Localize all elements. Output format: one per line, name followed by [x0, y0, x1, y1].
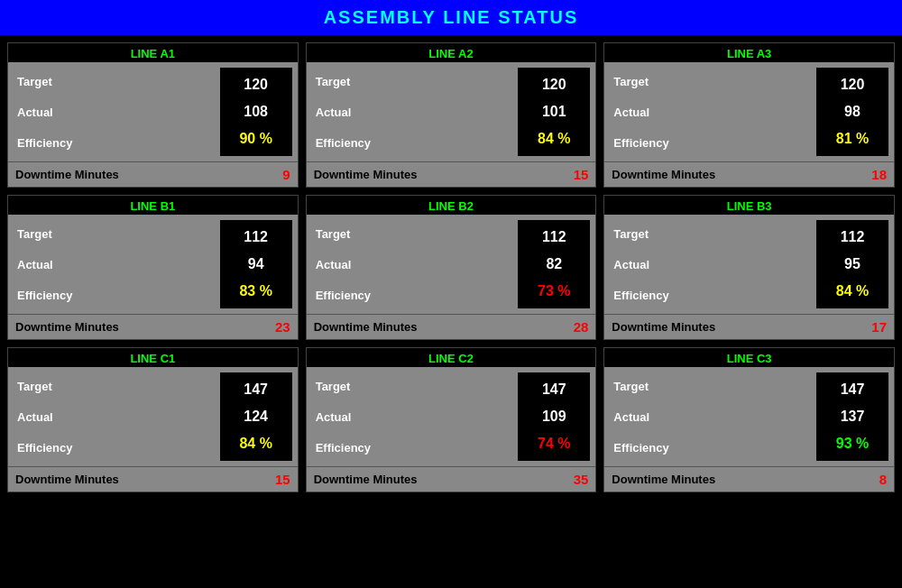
- card-labels-line-c3: Target Actual Efficiency: [610, 372, 811, 461]
- value-efficiency-line-c2: 74 %: [527, 432, 581, 455]
- value-target-line-b3: 112: [825, 225, 879, 249]
- label-efficiency-line-a2: Efficiency: [312, 131, 513, 155]
- value-actual-line-a1: 108: [229, 100, 283, 124]
- value-efficiency-line-a2: 84 %: [527, 127, 581, 151]
- card-body-line-a2: Target Actual Efficiency 120 101 84 %: [307, 62, 596, 161]
- footer-value-line-c2: 35: [574, 472, 589, 487]
- label-actual-line-c1: Actual: [14, 405, 215, 429]
- card-title-line-b3: LINE B3: [604, 196, 894, 215]
- card-footer-line-c3: Downtime Minutes 8: [604, 466, 894, 492]
- card-title-line-c2: LINE C2: [307, 348, 596, 367]
- label-target-line-a3: Target: [610, 69, 811, 94]
- footer-value-line-a1: 9: [282, 167, 290, 182]
- card-values-line-a2: 120 101 84 %: [518, 68, 590, 156]
- label-target-line-b2: Target: [312, 222, 513, 246]
- page-title: ASSEMBLY LINE STATUS: [324, 7, 579, 27]
- label-actual-line-b3: Actual: [610, 253, 811, 277]
- footer-value-line-c3: 8: [879, 472, 887, 487]
- card-title-line-c1: LINE C1: [8, 348, 298, 367]
- value-actual-line-c3: 137: [825, 405, 879, 428]
- label-efficiency-line-b2: Efficiency: [312, 283, 513, 308]
- label-actual-line-c3: Actual: [610, 405, 811, 429]
- value-target-line-a2: 120: [527, 73, 581, 96]
- card-line-a1: LINE A1 Target Actual Efficiency 120 108…: [7, 42, 299, 188]
- label-actual-line-b2: Actual: [312, 253, 513, 277]
- label-efficiency-line-b3: Efficiency: [610, 283, 811, 308]
- value-actual-line-b1: 94: [229, 253, 283, 276]
- label-actual-line-a3: Actual: [610, 100, 811, 124]
- card-body-line-b1: Target Actual Efficiency 112 94 83 %: [8, 215, 298, 314]
- footer-value-line-a3: 18: [871, 167, 887, 182]
- card-line-a3: LINE A3 Target Actual Efficiency 120 98 …: [603, 42, 895, 188]
- value-actual-line-a2: 101: [527, 100, 581, 124]
- card-title-line-c3: LINE C3: [604, 348, 894, 367]
- footer-label-line-b1: Downtime Minutes: [15, 320, 119, 334]
- value-target-line-b2: 112: [527, 225, 581, 249]
- value-target-line-c2: 147: [527, 378, 581, 401]
- value-efficiency-line-c3: 93 %: [825, 432, 879, 455]
- footer-label-line-b2: Downtime Minutes: [314, 320, 418, 334]
- label-actual-line-b1: Actual: [14, 253, 215, 277]
- card-footer-line-a2: Downtime Minutes 15: [307, 161, 596, 187]
- card-labels-line-a1: Target Actual Efficiency: [14, 68, 215, 156]
- card-labels-line-b1: Target Actual Efficiency: [14, 220, 215, 308]
- card-line-c2: LINE C2 Target Actual Efficiency 147 109…: [306, 347, 597, 492]
- card-line-c1: LINE C1 Target Actual Efficiency 147 124…: [7, 347, 299, 492]
- label-efficiency-line-b1: Efficiency: [14, 283, 215, 308]
- card-line-b2: LINE B2 Target Actual Efficiency 112 82 …: [306, 195, 597, 340]
- card-values-line-b1: 112 94 83 %: [220, 220, 292, 308]
- label-actual-line-a1: Actual: [14, 100, 215, 124]
- value-efficiency-line-a3: 81 %: [825, 127, 879, 151]
- value-actual-line-c1: 124: [229, 405, 283, 428]
- card-footer-line-b2: Downtime Minutes 28: [307, 314, 596, 339]
- value-actual-line-b3: 95: [825, 253, 879, 276]
- card-labels-line-a3: Target Actual Efficiency: [610, 68, 811, 156]
- card-body-line-c2: Target Actual Efficiency 147 109 74 %: [307, 367, 596, 466]
- label-efficiency-line-c3: Efficiency: [610, 436, 811, 460]
- footer-value-line-b3: 17: [871, 319, 887, 335]
- value-target-line-a3: 120: [825, 73, 879, 96]
- value-efficiency-line-a1: 90 %: [229, 127, 283, 151]
- card-body-line-a3: Target Actual Efficiency 120 98 81 %: [604, 62, 894, 161]
- value-target-line-c1: 147: [229, 378, 283, 401]
- value-target-line-c3: 147: [825, 378, 879, 401]
- card-values-line-a3: 120 98 81 %: [816, 68, 888, 156]
- card-line-c3: LINE C3 Target Actual Efficiency 147 137…: [603, 347, 895, 492]
- label-target-line-a2: Target: [312, 69, 513, 94]
- card-labels-line-a2: Target Actual Efficiency: [312, 68, 513, 156]
- card-title-line-a2: LINE A2: [307, 43, 596, 62]
- card-footer-line-a1: Downtime Minutes 9: [8, 161, 298, 187]
- card-line-a2: LINE A2 Target Actual Efficiency 120 101…: [306, 42, 597, 188]
- label-efficiency-line-a1: Efficiency: [14, 131, 215, 155]
- label-target-line-b1: Target: [14, 222, 215, 246]
- footer-label-line-a1: Downtime Minutes: [15, 168, 119, 181]
- card-footer-line-c2: Downtime Minutes 35: [307, 466, 596, 492]
- value-target-line-b1: 112: [229, 225, 283, 249]
- page-title-bar: ASSEMBLY LINE STATUS: [0, 0, 902, 35]
- label-efficiency-line-c1: Efficiency: [14, 436, 215, 460]
- footer-label-line-c2: Downtime Minutes: [314, 473, 418, 486]
- card-body-line-c3: Target Actual Efficiency 147 137 93 %: [604, 367, 894, 466]
- value-target-line-a1: 120: [229, 73, 283, 96]
- card-title-line-a3: LINE A3: [604, 43, 894, 62]
- card-line-b1: LINE B1 Target Actual Efficiency 112 94 …: [7, 195, 299, 340]
- card-labels-line-b3: Target Actual Efficiency: [610, 220, 811, 308]
- card-body-line-b3: Target Actual Efficiency 112 95 84 %: [604, 215, 894, 314]
- footer-value-line-b2: 28: [574, 319, 589, 335]
- card-body-line-c1: Target Actual Efficiency 147 124 84 %: [8, 367, 298, 466]
- footer-label-line-b3: Downtime Minutes: [612, 320, 715, 334]
- footer-label-line-a2: Downtime Minutes: [314, 168, 418, 181]
- card-values-line-c3: 147 137 93 %: [816, 372, 888, 461]
- footer-value-line-c1: 15: [275, 472, 290, 487]
- value-efficiency-line-b1: 83 %: [229, 280, 283, 303]
- footer-label-line-c1: Downtime Minutes: [15, 473, 119, 486]
- footer-label-line-a3: Downtime Minutes: [612, 168, 715, 181]
- card-labels-line-b2: Target Actual Efficiency: [312, 220, 513, 308]
- card-title-line-b2: LINE B2: [307, 196, 596, 215]
- value-efficiency-line-b3: 84 %: [825, 280, 879, 303]
- label-actual-line-c2: Actual: [312, 405, 513, 429]
- footer-value-line-a2: 15: [574, 167, 589, 182]
- label-efficiency-line-a3: Efficiency: [610, 131, 811, 155]
- card-footer-line-a3: Downtime Minutes 18: [604, 161, 894, 187]
- card-body-line-b2: Target Actual Efficiency 112 82 73 %: [307, 215, 596, 314]
